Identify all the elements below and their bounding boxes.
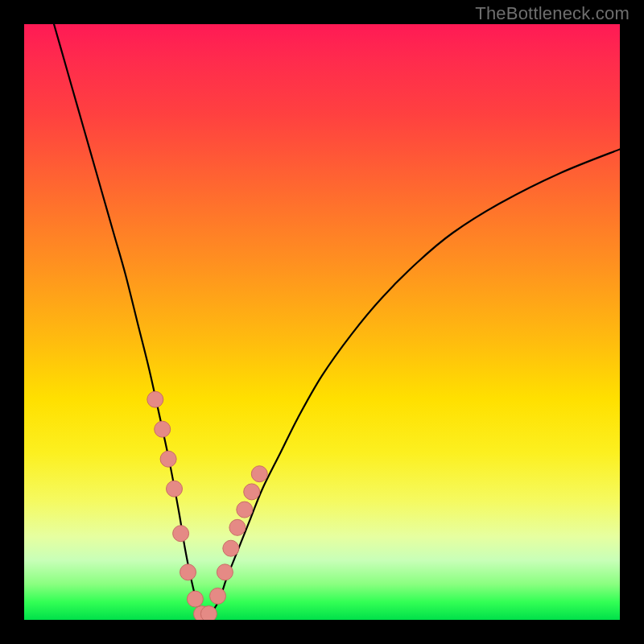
curve-marker: [167, 481, 183, 497]
curve-marker: [237, 502, 253, 518]
curve-marker: [223, 540, 239, 556]
curve-marker: [155, 421, 171, 437]
bottleneck-curve-line: [54, 24, 620, 615]
curve-marker: [244, 484, 260, 500]
curve-marker: [160, 451, 176, 467]
curve-marker: [200, 606, 217, 620]
watermark-text: TheBottleneck.com: [475, 3, 630, 24]
curve-marker: [229, 519, 246, 535]
curve-marker: [187, 591, 203, 607]
curve-marker: [217, 564, 233, 580]
plot-svg: [24, 24, 620, 620]
chart-frame: TheBottleneck.com: [0, 0, 644, 644]
curve-marker: [180, 564, 196, 580]
curve-marker: [147, 391, 163, 407]
curve-marker: [210, 588, 226, 604]
plot-area: [24, 24, 620, 620]
curve-marker: [173, 526, 189, 542]
marker-group: [147, 391, 267, 620]
curve-marker: [251, 466, 267, 482]
